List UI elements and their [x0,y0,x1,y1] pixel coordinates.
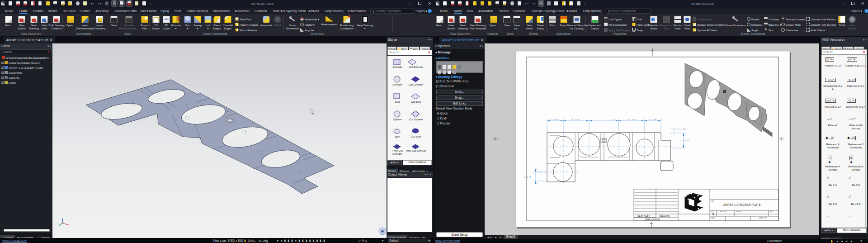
svg-text:4' - 7 7/8": 4' - 7 7/8" [678,128,686,130]
svg-text:CAGE CODE: CAGE CODE [719,211,726,213]
svg-text:SCALE: SCALE [711,217,715,219]
svg-text:NEXT ASSY: NEXT ASSY [637,214,650,217]
svg-text:USED ON: USED ON [659,214,670,217]
svg-text:REV: REV [770,211,773,213]
svg-text:APPLICATION: APPLICATION [645,218,660,221]
svg-text:B: B [712,213,714,215]
svg-text:5' - 10 1/8": 5' - 10 1/8" [550,119,559,121]
svg-text:8' - 4 3/8": 8' - 4 3/8" [649,119,657,121]
svg-text:10' - 5 3/4": 10' - 5 3/4" [571,119,580,121]
svg-text:5' - 9 15/16": 5' - 9 15/16" [679,139,690,142]
svg-text:4' - 1 1/8": 4' - 1 1/8" [524,176,532,178]
svg-text:DWG NO.: DWG NO. [736,211,742,213]
svg-text:SHEET 1 OF 1: SHEET 1 OF 1 [759,217,767,219]
svg-text:SIZE: SIZE [711,211,713,213]
svg-text:7' - 0": 7' - 0" [611,119,616,121]
svg-text:10' - 3 1/2": 10' - 3 1/2" [627,119,637,121]
svg-text:ARRAY 1 CHECKER PLATE: ARRAY 1 CHECKER PLATE [723,203,761,206]
svg-text:TITLE: TITLE [711,200,714,202]
